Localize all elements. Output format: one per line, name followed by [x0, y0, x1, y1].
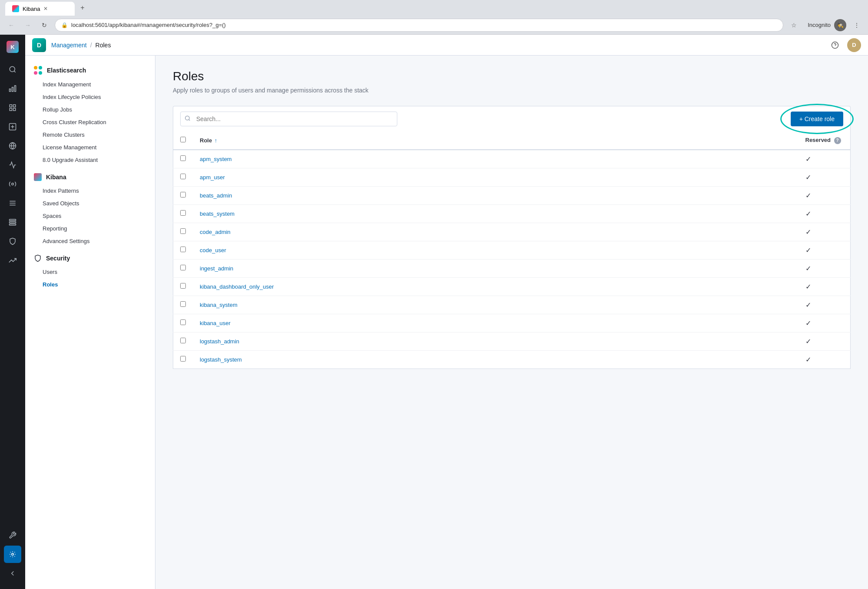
sidebar-item-cross-cluster[interactable]: Cross Cluster Replication: [25, 116, 155, 128]
nav-item-uptime[interactable]: [4, 252, 21, 269]
role-link-8[interactable]: kibana_system: [200, 302, 238, 308]
check-mark: ✓: [805, 210, 811, 217]
role-link-9[interactable]: kibana_user: [200, 320, 231, 326]
check-mark: ✓: [805, 247, 811, 254]
check-mark: ✓: [805, 338, 811, 345]
create-role-btn-wrapper: + Create role: [791, 112, 843, 126]
search-icon: [185, 115, 191, 123]
select-all-checkbox[interactable]: [180, 137, 186, 142]
row-checkbox-7[interactable]: [180, 283, 186, 289]
nav-item-collapse[interactable]: [4, 565, 21, 582]
search-wrapper: [180, 112, 397, 126]
nav-item-management[interactable]: [4, 546, 21, 563]
sidebar-item-advanced-settings[interactable]: Advanced Settings: [25, 235, 155, 247]
user-avatar[interactable]: D: [847, 38, 861, 52]
role-link-10[interactable]: logstash_admin: [200, 338, 239, 345]
sidebar-item-roles[interactable]: Roles: [25, 278, 155, 291]
sort-indicator: ↑: [215, 137, 218, 144]
row-checkbox-1[interactable]: [180, 174, 186, 179]
sidebar-item-upgrade[interactable]: 8.0 Upgrade Assistant: [25, 154, 155, 166]
nav-item-ml[interactable]: [4, 175, 21, 193]
nav-item-discover[interactable]: [4, 61, 21, 78]
forward-button[interactable]: →: [22, 19, 34, 31]
table-row: beats_system ✓: [173, 204, 851, 223]
table-row: kibana_dashboard_only_user ✓: [173, 277, 851, 296]
table-row: apm_user ✓: [173, 168, 851, 186]
menu-button[interactable]: ⋮: [851, 19, 863, 31]
row-checkbox-8[interactable]: [180, 301, 186, 307]
role-link-11[interactable]: logstash_system: [200, 356, 242, 363]
nav-item-infrastructure[interactable]: [4, 214, 21, 231]
sidebar-item-index-patterns[interactable]: Index Patterns: [25, 184, 155, 197]
row-checkbox-10[interactable]: [180, 338, 186, 343]
role-link-7[interactable]: kibana_dashboard_only_user: [200, 283, 274, 290]
table-row: kibana_system ✓: [173, 296, 851, 314]
svg-rect-4: [10, 105, 12, 107]
svg-point-0: [10, 66, 15, 72]
role-link-2[interactable]: beats_admin: [200, 192, 232, 199]
sidebar-item-remote-clusters[interactable]: Remote Clusters: [25, 128, 155, 141]
top-bar: D Management / Roles D: [25, 35, 868, 56]
nav-item-dev-tools[interactable]: [4, 526, 21, 544]
app-logo: D: [32, 38, 46, 52]
check-mark: ✓: [805, 356, 811, 363]
sidebar-item-saved-objects[interactable]: Saved Objects: [25, 197, 155, 210]
breadcrumb-parent[interactable]: Management: [51, 42, 87, 49]
create-role-button[interactable]: + Create role: [791, 112, 843, 126]
new-tab-button[interactable]: +: [76, 2, 89, 14]
sidebar-item-reporting[interactable]: Reporting: [25, 222, 155, 235]
reload-button[interactable]: ↻: [38, 19, 50, 31]
close-icon[interactable]: ✕: [43, 6, 48, 12]
role-link-1[interactable]: apm_user: [200, 174, 225, 181]
sidebar-item-license[interactable]: License Management: [25, 141, 155, 154]
sidebar-item-index-management[interactable]: Index Management: [25, 78, 155, 91]
search-input[interactable]: [180, 112, 397, 126]
security-icon: [34, 254, 42, 262]
browser-chrome: Kibana ✕ +: [0, 0, 868, 16]
browser-tab[interactable]: Kibana ✕: [5, 2, 75, 16]
svg-point-20: [185, 116, 189, 120]
address-bar-row: ← → ↻ 🔒 localhost:5601/app/kibana#/manag…: [0, 16, 868, 35]
table-row: logstash_admin ✓: [173, 332, 851, 350]
nav-item-visualize[interactable]: [4, 80, 21, 97]
row-checkbox-2[interactable]: [180, 192, 186, 197]
nav-item-maps[interactable]: [4, 137, 21, 155]
reserved-help-icon[interactable]: ?: [834, 137, 841, 144]
sidebar-item-users[interactable]: Users: [25, 266, 155, 278]
roles-table: Role ↑ Reserved ? apm_system ✓: [173, 132, 851, 369]
address-bar[interactable]: 🔒 localhost:5601/app/kibana#/management/…: [55, 19, 783, 32]
help-button[interactable]: [828, 38, 842, 52]
role-link-3[interactable]: beats_system: [200, 211, 234, 217]
nav-item-dashboard[interactable]: [4, 99, 21, 116]
table-row: code_admin ✓: [173, 223, 851, 241]
role-link-5[interactable]: code_user: [200, 247, 226, 253]
row-checkbox-5[interactable]: [180, 247, 186, 252]
role-link-6[interactable]: ingest_admin: [200, 265, 233, 272]
sidebar-item-spaces[interactable]: Spaces: [25, 210, 155, 222]
row-checkbox-0[interactable]: [180, 155, 186, 161]
svg-rect-3: [10, 89, 11, 92]
sidebar-item-rollup-jobs[interactable]: Rollup Jobs: [25, 103, 155, 116]
bookmark-button[interactable]: ☆: [788, 19, 800, 31]
incognito-area: Incognito 🕵: [808, 19, 846, 31]
nav-item-logs[interactable]: [4, 194, 21, 212]
back-button[interactable]: ←: [5, 19, 17, 31]
icon-nav: K: [0, 35, 25, 589]
role-link-0[interactable]: apm_system: [200, 156, 232, 162]
nav-item-siem[interactable]: [4, 233, 21, 250]
nav-item-apm[interactable]: [4, 156, 21, 174]
svg-rect-15: [10, 222, 16, 223]
row-checkbox-6[interactable]: [180, 265, 186, 270]
col-header-role[interactable]: Role ↑: [193, 132, 799, 150]
row-checkbox-4[interactable]: [180, 228, 186, 234]
sidebar-item-index-lifecycle[interactable]: Index Lifecycle Policies: [25, 91, 155, 103]
svg-rect-7: [13, 109, 16, 111]
row-checkbox-11[interactable]: [180, 356, 186, 362]
role-link-4[interactable]: code_admin: [200, 229, 231, 235]
kibana-logo-nav[interactable]: K: [4, 38, 21, 56]
row-checkbox-3[interactable]: [180, 210, 186, 216]
row-checkbox-9[interactable]: [180, 319, 186, 325]
nav-item-canvas[interactable]: [4, 118, 21, 135]
svg-rect-5: [13, 105, 16, 107]
check-mark: ✓: [805, 265, 811, 272]
